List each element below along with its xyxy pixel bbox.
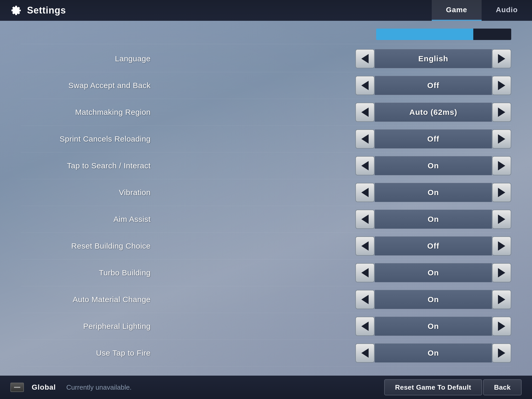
setting-control-use-tap-to-fire: On bbox=[355, 343, 511, 363]
top-slider-row bbox=[21, 23, 511, 44]
setting-control-auto-material-change: On bbox=[355, 290, 511, 309]
arrow-right-tap-to-search[interactable] bbox=[492, 156, 511, 175]
arrow-left-auto-material-change[interactable] bbox=[355, 290, 375, 309]
setting-value-aim-assist: On bbox=[375, 210, 492, 229]
setting-row-vibration: Vibration On bbox=[21, 179, 511, 206]
setting-label-tap-to-search: Tap to Search / Interact bbox=[21, 161, 151, 170]
setting-label-language: Language bbox=[21, 54, 151, 63]
slider-fill bbox=[376, 29, 473, 40]
setting-control-aim-assist: On bbox=[355, 210, 511, 229]
setting-control-matchmaking-region: Auto (62ms) bbox=[355, 103, 511, 122]
setting-row-reset-building-choice: Reset Building Choice Off bbox=[21, 233, 511, 260]
arrow-left-language[interactable] bbox=[355, 49, 375, 68]
arrow-left-tap-to-search[interactable] bbox=[355, 156, 375, 175]
setting-value-matchmaking-region: Auto (62ms) bbox=[375, 103, 492, 122]
setting-label-peripheral-lighting: Peripheral Lighting bbox=[21, 322, 151, 331]
setting-label-swap-accept-back: Swap Accept and Back bbox=[21, 81, 151, 90]
setting-value-reset-building-choice: Off bbox=[375, 236, 492, 256]
setting-row-language: Language English bbox=[21, 45, 511, 72]
arrow-right-swap-accept-back[interactable] bbox=[492, 76, 511, 95]
arrow-left-sprint-cancels-reloading[interactable] bbox=[355, 129, 375, 149]
setting-row-auto-material-change: Auto Material Change On bbox=[21, 286, 511, 313]
tab-game[interactable]: Game bbox=[432, 0, 482, 21]
header-tabs: Game Audio bbox=[432, 0, 532, 21]
setting-value-language: English bbox=[375, 49, 492, 68]
setting-label-auto-material-change: Auto Material Change bbox=[21, 295, 151, 304]
arrow-left-reset-building-choice[interactable] bbox=[355, 236, 375, 256]
arrow-left-vibration[interactable] bbox=[355, 183, 375, 202]
setting-value-use-tap-to-fire: On bbox=[375, 343, 492, 363]
back-button[interactable]: Back bbox=[483, 379, 522, 395]
arrow-left-matchmaking-region[interactable] bbox=[355, 103, 375, 122]
arrow-right-sprint-cancels-reloading[interactable] bbox=[492, 129, 511, 149]
setting-value-peripheral-lighting: On bbox=[375, 317, 492, 336]
setting-value-tap-to-search: On bbox=[375, 156, 492, 175]
setting-label-matchmaking-region: Matchmaking Region bbox=[21, 108, 151, 117]
setting-control-language: English bbox=[355, 49, 511, 68]
arrow-right-matchmaking-region[interactable] bbox=[492, 103, 511, 122]
arrow-left-peripheral-lighting[interactable] bbox=[355, 317, 375, 336]
setting-label-aim-assist: Aim Assist bbox=[21, 215, 151, 224]
setting-value-sprint-cancels-reloading: Off bbox=[375, 129, 492, 149]
arrow-right-use-tap-to-fire[interactable] bbox=[492, 343, 511, 363]
arrow-right-reset-building-choice[interactable] bbox=[492, 236, 511, 256]
arrow-right-vibration[interactable] bbox=[492, 183, 511, 202]
setting-value-vibration: On bbox=[375, 183, 492, 202]
setting-label-reset-building-choice: Reset Building Choice bbox=[21, 242, 151, 250]
setting-value-auto-material-change: On bbox=[375, 290, 492, 309]
setting-row-turbo-building: Turbo Building On bbox=[21, 260, 511, 286]
bottom-bar: Global Currently unavailable. Reset Game… bbox=[0, 376, 532, 399]
setting-control-swap-accept-back: Off bbox=[355, 76, 511, 95]
setting-control-tap-to-search: On bbox=[355, 156, 511, 175]
minus-button[interactable] bbox=[10, 383, 24, 392]
setting-label-use-tap-to-fire: Use Tap to Fire bbox=[21, 349, 151, 357]
setting-control-turbo-building: On bbox=[355, 263, 511, 282]
reset-game-button[interactable]: Reset Game To Default bbox=[384, 379, 482, 395]
arrow-left-turbo-building[interactable] bbox=[355, 263, 375, 282]
header: Settings Game Audio bbox=[0, 0, 532, 21]
setting-control-sprint-cancels-reloading: Off bbox=[355, 129, 511, 149]
arrow-right-auto-material-change[interactable] bbox=[492, 290, 511, 309]
bottom-right-buttons: Reset Game To Default Back bbox=[384, 379, 522, 395]
setting-row-aim-assist: Aim Assist On bbox=[21, 206, 511, 233]
arrow-right-turbo-building[interactable] bbox=[492, 263, 511, 282]
slider-container bbox=[376, 29, 511, 40]
arrow-left-swap-accept-back[interactable] bbox=[355, 76, 375, 95]
arrow-right-language[interactable] bbox=[492, 49, 511, 68]
setting-row-use-tap-to-fire: Use Tap to Fire On bbox=[21, 340, 511, 367]
setting-label-sprint-cancels-reloading: Sprint Cancels Reloading bbox=[21, 135, 151, 143]
setting-control-peripheral-lighting: On bbox=[355, 317, 511, 336]
gear-icon bbox=[10, 5, 22, 16]
slider-empty bbox=[473, 29, 511, 40]
global-label: Global bbox=[32, 383, 56, 391]
tab-audio[interactable]: Audio bbox=[482, 0, 532, 21]
arrow-right-aim-assist[interactable] bbox=[492, 210, 511, 229]
setting-row-matchmaking-region: Matchmaking Region Auto (62ms) bbox=[21, 99, 511, 126]
header-title-group: Settings bbox=[10, 5, 66, 16]
setting-value-turbo-building: On bbox=[375, 263, 492, 282]
setting-label-vibration: Vibration bbox=[21, 188, 151, 197]
setting-row-sprint-cancels-reloading: Sprint Cancels Reloading Off bbox=[21, 126, 511, 152]
setting-row-tap-to-search: Tap to Search / Interact On bbox=[21, 152, 511, 179]
setting-label-turbo-building: Turbo Building bbox=[21, 268, 151, 277]
setting-row-swap-accept-back: Swap Accept and Back Off bbox=[21, 72, 511, 99]
setting-control-vibration: On bbox=[355, 183, 511, 202]
arrow-right-peripheral-lighting[interactable] bbox=[492, 317, 511, 336]
main-content: Language English Swap Accept and Back Of… bbox=[0, 21, 532, 376]
setting-row-peripheral-lighting: Peripheral Lighting On bbox=[21, 313, 511, 340]
setting-value-swap-accept-back: Off bbox=[375, 76, 492, 95]
settings-list: Language English Swap Accept and Back Of… bbox=[21, 45, 511, 367]
unavailable-text: Currently unavailable. bbox=[66, 383, 131, 391]
setting-control-reset-building-choice: Off bbox=[355, 236, 511, 256]
arrow-left-use-tap-to-fire[interactable] bbox=[355, 343, 375, 363]
page-title: Settings bbox=[27, 5, 66, 16]
arrow-left-aim-assist[interactable] bbox=[355, 210, 375, 229]
